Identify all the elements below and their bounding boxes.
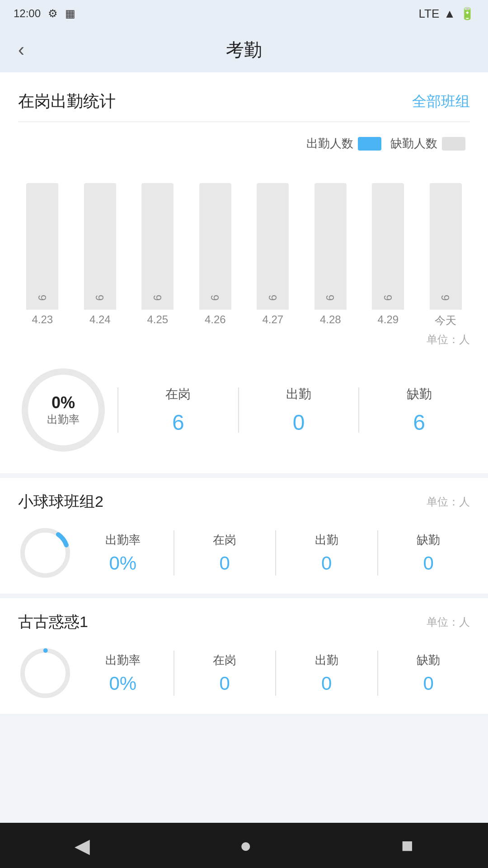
battery-icon: 🔋	[460, 7, 474, 21]
status-time: 12:00	[14, 7, 41, 20]
bar-value-3: 6	[209, 295, 221, 301]
chart-col-1: 6	[71, 160, 129, 310]
group-absent-value-0: 0	[387, 552, 470, 574]
section-header: 在岗出勤统计 全部班组	[0, 72, 488, 122]
header: ‹ 考勤	[0, 27, 488, 72]
group-rate-value-0: 0%	[81, 552, 164, 574]
legend-attendance: 出勤人数	[306, 136, 381, 151]
chart-legend: 出勤人数 缺勤人数	[0, 122, 488, 156]
status-right: LTE ▲ 🔋	[419, 7, 475, 21]
group-rate-value-1: 0%	[81, 673, 164, 694]
legend-attendance-label: 出勤人数	[306, 136, 353, 151]
group-title-0: 小球球班组2	[18, 491, 103, 512]
unit-label: 单位：人	[0, 332, 488, 351]
chart-col-7: 6	[417, 160, 475, 310]
group-section-0: 小球球班组2 单位：人 出勤率 0% 在岗 0	[0, 473, 488, 594]
bar-value-2: 6	[151, 295, 164, 301]
legend-attendance-box	[358, 137, 381, 151]
stat-absent: 缺勤 6	[368, 386, 470, 435]
group-on-duty-label-1: 在岗	[183, 652, 267, 668]
stat-divider-2	[238, 387, 239, 433]
group-div2-0	[275, 530, 276, 576]
group-header-1: 古古惑惑1 单位：人	[18, 612, 470, 632]
bar-value-5: 6	[324, 295, 337, 301]
chart-x-label-6: 4.29	[359, 310, 417, 332]
bar-value-6: 6	[382, 295, 394, 301]
on-duty-value: 6	[127, 410, 229, 435]
stat-attendance: 出勤 0	[248, 386, 350, 435]
nav-recent-button[interactable]: ■	[401, 834, 413, 857]
chart-x-label-5: 4.28	[302, 310, 360, 332]
chart-col-0: 6	[14, 160, 71, 310]
group-att-item-1: 出勤 0	[285, 652, 368, 694]
circle-percent: 0%	[47, 393, 80, 412]
group-rate-label-1: 出勤率	[81, 652, 164, 668]
stat-on-duty: 在岗 6	[127, 386, 229, 435]
group-unit-1: 单位：人	[427, 615, 470, 629]
group-circle-0	[18, 526, 72, 580]
group-stats-1: 出勤率 0% 在岗 0 出勤 0 缺勤 0	[18, 646, 470, 700]
chart-x-label-1: 4.24	[71, 310, 129, 332]
back-button[interactable]: ‹	[18, 40, 24, 59]
signal-icon: ▲	[444, 7, 455, 21]
bar-value-7: 6	[439, 295, 452, 301]
nav-bar: ◀ ● ■	[0, 823, 488, 868]
memory-icon: ▦	[65, 7, 75, 20]
group-stats-0: 出勤率 0% 在岗 0 出勤 0 缺勤 0	[18, 526, 470, 580]
svg-point-3	[23, 651, 68, 696]
bar-value-4: 6	[267, 295, 279, 301]
chart-x-axis: 4.234.244.254.264.274.284.29今天	[0, 310, 488, 332]
chart-col-6: 6	[359, 160, 417, 310]
group-att-label-0: 出勤	[285, 532, 368, 548]
group-absent-item-1: 缺勤 0	[387, 652, 470, 694]
chart-col-5: 6	[302, 160, 360, 310]
group-on-duty-item-0: 在岗 0	[183, 532, 267, 574]
circle-text: 0% 出勤率	[47, 393, 80, 427]
circle-desc: 出勤率	[47, 412, 80, 427]
main-stats-row: 0% 出勤率 在岗 6 出勤 0 缺勤 6	[0, 351, 488, 473]
group-absent-value-1: 0	[387, 673, 470, 694]
chart-x-label-3: 4.26	[187, 310, 244, 332]
status-bar: 12:00 ⚙ ▦ LTE ▲ 🔋	[0, 0, 488, 27]
chart-x-label-4: 4.27	[244, 310, 302, 332]
group-att-label-1: 出勤	[285, 652, 368, 668]
stat-divider-3	[358, 387, 359, 433]
group-att-item-0: 出勤 0	[285, 532, 368, 574]
legend-absent: 缺勤人数	[390, 136, 465, 151]
stat-divider-1	[117, 387, 118, 433]
group-on-duty-label-0: 在岗	[183, 532, 267, 548]
nav-back-button[interactable]: ◀	[75, 834, 90, 857]
group-div2-1	[275, 651, 276, 696]
group-unit-0: 单位：人	[427, 495, 470, 509]
chart-col-4: 6	[244, 160, 302, 310]
nav-home-button[interactable]: ●	[239, 834, 252, 857]
group-div1-1	[174, 651, 174, 696]
chart-col-3: 6	[187, 160, 244, 310]
lte-label: LTE	[419, 7, 440, 21]
group-div1-0	[174, 530, 174, 576]
group-att-value-0: 0	[285, 552, 368, 574]
settings-icon: ⚙	[48, 7, 58, 20]
group-title-1: 古古惑惑1	[18, 612, 88, 632]
attendance-value: 0	[248, 410, 350, 435]
bar-chart: 66666666	[0, 156, 488, 310]
group-rate-label-0: 出勤率	[81, 532, 164, 548]
chart-col-2: 6	[129, 160, 187, 310]
group-absent-item-0: 缺勤 0	[387, 532, 470, 574]
group-absent-label-1: 缺勤	[387, 652, 470, 668]
chart-x-label-2: 4.25	[129, 310, 187, 332]
section-title: 在岗出勤统计	[18, 90, 116, 113]
group-header-0: 小球球班组2 单位：人	[18, 491, 470, 512]
group-on-duty-value-1: 0	[183, 673, 267, 694]
legend-absent-box	[442, 137, 465, 151]
all-groups-link[interactable]: 全部班组	[412, 92, 470, 112]
group-att-value-1: 0	[285, 673, 368, 694]
absent-label: 缺勤	[368, 386, 470, 403]
bar-value-1: 6	[94, 295, 106, 301]
attendance-circle: 0% 出勤率	[18, 365, 108, 455]
group-absent-label-0: 缺勤	[387, 532, 470, 548]
group-rate-item-0: 出勤率 0%	[81, 532, 164, 574]
main-content: 在岗出勤统计 全部班组 出勤人数 缺勤人数 66666666 4.234.244…	[0, 72, 488, 714]
groups-container: 小球球班组2 单位：人 出勤率 0% 在岗 0	[0, 473, 488, 714]
group-div3-0	[377, 530, 378, 576]
